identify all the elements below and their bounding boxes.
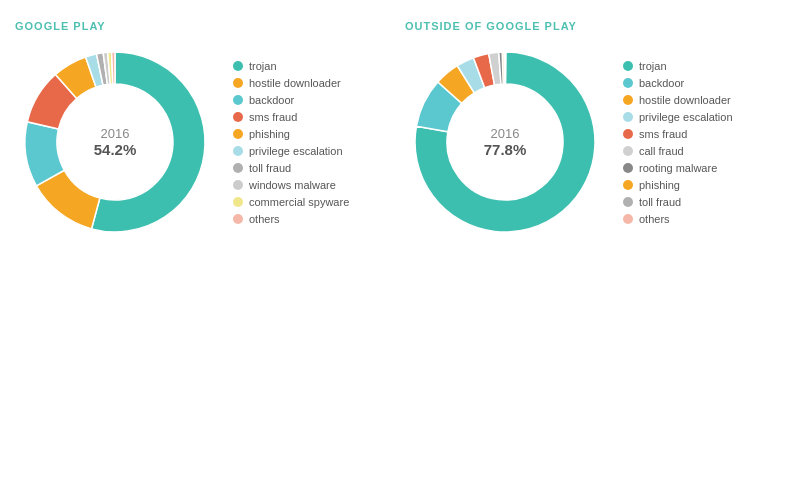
legend-label: backdoor (249, 94, 294, 106)
legend-label: rooting malware (639, 162, 717, 174)
donut-year: 2016 (484, 126, 527, 141)
chart-title: GOOGLE PLAY (15, 20, 106, 32)
legend-label: call fraud (639, 145, 684, 157)
legend-label: hostile downloader (249, 77, 341, 89)
legend-dot (233, 129, 243, 139)
legend-item: backdoor (623, 77, 733, 89)
legend-item: windows malware (233, 179, 349, 191)
legend-label: privilege escalation (639, 111, 733, 123)
legend-label: commercial spyware (249, 196, 349, 208)
legend-item: privilege escalation (233, 145, 349, 157)
legend-label: privilege escalation (249, 145, 343, 157)
legend-item: toll fraud (233, 162, 349, 174)
legend-label: trojan (639, 60, 667, 72)
legend-dot (233, 146, 243, 156)
legend-item: call fraud (623, 145, 733, 157)
legend-label: toll fraud (639, 196, 681, 208)
legend-item: phishing (233, 128, 349, 140)
chart-title: OUTSIDE OF GOOGLE PLAY (405, 20, 577, 32)
legend-label: toll fraud (249, 162, 291, 174)
legend-label: windows malware (249, 179, 336, 191)
legend-dot (233, 163, 243, 173)
legend-dot (623, 61, 633, 71)
legend-item: commercial spyware (233, 196, 349, 208)
legend-dot (233, 61, 243, 71)
legend-dot (623, 112, 633, 122)
legend-dot (623, 197, 633, 207)
legend-label: sms fraud (639, 128, 687, 140)
donut-chart: 2016 54.2% (15, 42, 215, 242)
legend-dot (233, 112, 243, 122)
legend-item: sms fraud (623, 128, 733, 140)
legend-item: privilege escalation (623, 111, 733, 123)
legend-label: backdoor (639, 77, 684, 89)
legend-item: others (233, 213, 349, 225)
legend-label: sms fraud (249, 111, 297, 123)
legend-dot (623, 95, 633, 105)
chart-content: 2016 54.2% trojan hostile downloader bac… (15, 42, 349, 242)
legend-item: toll fraud (623, 196, 733, 208)
legend-dot (623, 214, 633, 224)
legend-dot (233, 78, 243, 88)
legend-dot (233, 197, 243, 207)
legend-dot (623, 129, 633, 139)
legend-dot (623, 146, 633, 156)
legend-label: phishing (249, 128, 290, 140)
legend-dot (233, 214, 243, 224)
legend-item: backdoor (233, 94, 349, 106)
legend-item: trojan (233, 60, 349, 72)
chart-section-outside-google-play: OUTSIDE OF GOOGLE PLAY 2016 77.8% trojan… (405, 20, 785, 242)
legend-label: others (249, 213, 280, 225)
charts-container: GOOGLE PLAY 2016 54.2% trojan hostile do… (0, 0, 800, 500)
donut-main-pct: 54.2% (94, 141, 137, 158)
chart-legend: trojan hostile downloader backdoor sms f… (233, 60, 349, 225)
legend-item: sms fraud (233, 111, 349, 123)
legend-item: hostile downloader (233, 77, 349, 89)
legend-dot (233, 180, 243, 190)
legend-label: hostile downloader (639, 94, 731, 106)
legend-item: phishing (623, 179, 733, 191)
legend-item: rooting malware (623, 162, 733, 174)
donut-year: 2016 (94, 126, 137, 141)
chart-legend: trojan backdoor hostile downloader privi… (623, 60, 733, 225)
legend-label: others (639, 213, 670, 225)
legend-dot (623, 163, 633, 173)
chart-content: 2016 77.8% trojan backdoor hostile downl… (405, 42, 733, 242)
chart-section-google-play: GOOGLE PLAY 2016 54.2% trojan hostile do… (15, 20, 395, 242)
legend-label: trojan (249, 60, 277, 72)
legend-dot (623, 180, 633, 190)
legend-dot (623, 78, 633, 88)
legend-label: phishing (639, 179, 680, 191)
legend-item: others (623, 213, 733, 225)
legend-dot (233, 95, 243, 105)
legend-item: trojan (623, 60, 733, 72)
donut-chart: 2016 77.8% (405, 42, 605, 242)
donut-main-pct: 77.8% (484, 141, 527, 158)
legend-item: hostile downloader (623, 94, 733, 106)
